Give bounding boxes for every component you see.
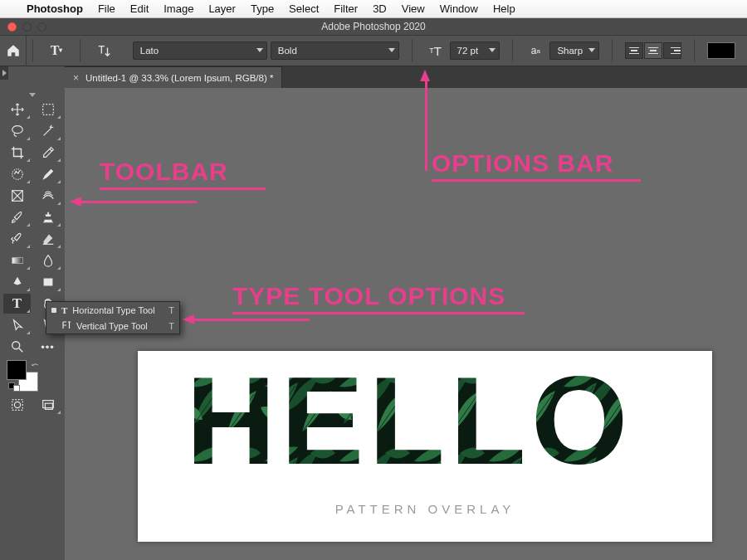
spot-heal-tool[interactable]	[3, 164, 31, 184]
font-family-dropdown[interactable]: Lato	[133, 41, 267, 60]
gradient-tool[interactable]	[3, 251, 31, 270]
pen-tool[interactable]	[3, 272, 31, 292]
options-bar: T▾ Lato Bold TT 72 pt aa Sharp	[0, 35, 747, 66]
menu-window[interactable]: Window	[440, 2, 478, 15]
mac-menu-bar: Photoshop File Edit Image Layer Type Sel…	[0, 0, 747, 18]
chevron-down-icon	[489, 48, 496, 52]
chevron-down-icon	[256, 48, 263, 52]
svg-rect-0	[42, 105, 53, 115]
window-minimize-button[interactable]	[22, 22, 32, 32]
menu-edit[interactable]: Edit	[130, 2, 149, 15]
svg-rect-4	[12, 257, 22, 263]
svg-rect-5	[43, 279, 52, 286]
edit-toolbar-button[interactable]: •••	[34, 337, 61, 357]
eraser-tool[interactable]	[34, 229, 61, 249]
rectangle-tool[interactable]	[34, 272, 61, 292]
default-colors-icon[interactable]	[8, 382, 20, 392]
home-icon	[6, 43, 21, 58]
clone-stamp-tool[interactable]	[34, 207, 61, 227]
eyedropper-tool[interactable]	[34, 143, 61, 163]
align-center-button[interactable]	[644, 42, 662, 59]
menu-type[interactable]: Type	[251, 2, 274, 15]
brush-tool-2[interactable]	[34, 164, 61, 184]
window-title: Adobe Photoshop 2020	[0, 21, 747, 32]
document-tab-strip: × Untitled-1 @ 33.3% (Lorem Ipsum, RGB/8…	[65, 66, 747, 88]
svg-text:HELLO: HELLO	[186, 366, 632, 477]
text-color-swatch[interactable]	[707, 42, 735, 59]
magic-wand-tool[interactable]	[34, 121, 61, 141]
history-brush-tool[interactable]	[3, 229, 31, 249]
swap-colors-icon[interactable]: ⤺	[32, 360, 38, 369]
font-weight-dropdown[interactable]: Bold	[271, 41, 399, 60]
home-button[interactable]	[0, 35, 27, 66]
marquee-tool[interactable]	[34, 100, 61, 119]
svg-point-9	[14, 402, 20, 407]
text-align-group	[618, 35, 688, 66]
menu-filter[interactable]: Filter	[334, 2, 358, 15]
foreground-color-swatch[interactable]	[7, 360, 27, 380]
chevron-down-icon	[388, 48, 395, 52]
artboard: HELLO PATTERN OVERLAY	[138, 351, 712, 542]
menu-layer[interactable]: Layer	[208, 2, 236, 15]
align-left-button[interactable]	[625, 42, 643, 59]
crop-tool[interactable]	[3, 143, 31, 163]
hello-text-with-pattern: HELLO	[186, 366, 664, 477]
frame-tool[interactable]	[3, 186, 31, 206]
menu-3d[interactable]: 3D	[373, 2, 387, 15]
menu-select[interactable]: Select	[289, 2, 319, 15]
move-tool[interactable]	[3, 100, 31, 119]
chevron-right-icon	[2, 70, 7, 76]
vertical-type-icon	[61, 320, 71, 332]
active-indicator-icon	[51, 308, 56, 313]
document-tab-label: Untitled-1 @ 33.3% (Lorem Ipsum, RGB/8) …	[85, 73, 273, 83]
type-tool[interactable]: T	[3, 294, 31, 314]
document-tab[interactable]: × Untitled-1 @ 33.3% (Lorem Ipsum, RGB/8…	[65, 66, 282, 88]
type-tool-preset-icon[interactable]: T▾	[46, 41, 67, 61]
svg-rect-8	[12, 400, 22, 411]
align-right-button[interactable]	[663, 42, 681, 59]
menu-view[interactable]: View	[402, 2, 425, 15]
type-tool-flyout: T Horizontal Type Tool T Vertical Type T…	[46, 301, 180, 334]
lasso-tool[interactable]	[3, 121, 31, 141]
foreground-background-colors[interactable]: ⤺	[7, 360, 40, 392]
collapsed-panel-toggle[interactable]	[0, 66, 8, 80]
quick-mask-button[interactable]	[3, 395, 31, 415]
svg-rect-11	[45, 403, 52, 409]
close-tab-icon[interactable]: ×	[73, 72, 79, 84]
smudge-tool[interactable]	[34, 186, 61, 206]
window-close-button[interactable]	[7, 22, 17, 32]
text-orientation-icon[interactable]	[93, 41, 115, 61]
flyout-item-horizontal-type[interactable]: T Horizontal Type Tool T	[46, 302, 179, 318]
window-maximize-button[interactable]	[37, 22, 46, 32]
chevron-down-icon	[588, 48, 595, 52]
screen-mode-button[interactable]	[34, 395, 61, 415]
svg-point-7	[12, 342, 19, 349]
flyout-item-vertical-type[interactable]: Vertical Type Tool T	[46, 318, 179, 334]
window-title-bar: Adobe Photoshop 2020	[0, 18, 747, 35]
blur-tool[interactable]	[34, 251, 61, 270]
brush-tool[interactable]	[3, 207, 31, 227]
font-size-icon: TT	[425, 41, 447, 61]
horizontal-type-icon: T	[61, 305, 67, 315]
menu-image[interactable]: Image	[164, 2, 193, 15]
artboard-subtitle: PATTERN OVERLAY	[138, 502, 712, 516]
toolbar-grip[interactable]	[3, 91, 61, 98]
svg-rect-10	[42, 401, 53, 408]
antialias-icon: aa	[525, 41, 546, 61]
app-name[interactable]: Photoshop	[27, 2, 83, 15]
menu-help[interactable]: Help	[493, 2, 515, 15]
menu-file[interactable]: File	[98, 2, 115, 15]
zoom-tool[interactable]	[3, 337, 31, 357]
antialias-dropdown[interactable]: Sharp	[549, 41, 599, 60]
svg-point-1	[12, 126, 22, 134]
font-size-dropdown[interactable]: 72 pt	[450, 41, 500, 60]
path-select-tool[interactable]	[3, 315, 31, 335]
